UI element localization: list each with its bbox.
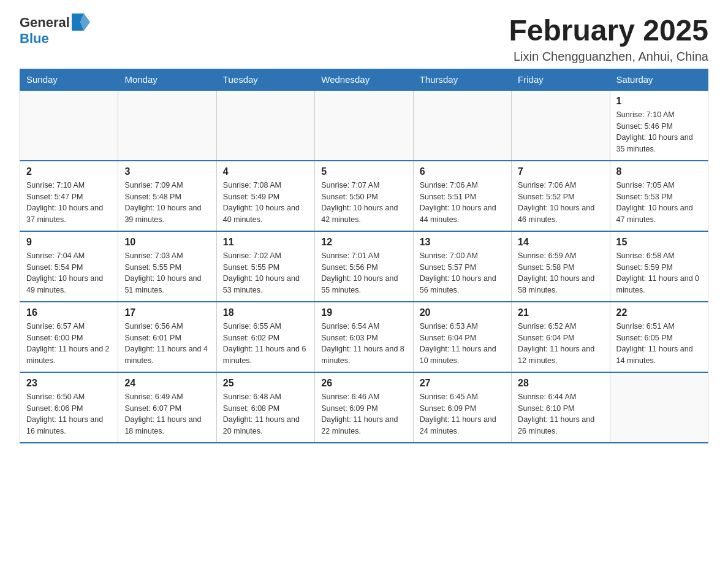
table-row: 28Sunrise: 6:44 AMSunset: 6:10 PMDayligh… [512,372,610,443]
day-number: 8 [616,166,702,177]
table-row [512,90,610,161]
table-row: 12Sunrise: 7:01 AMSunset: 5:56 PMDayligh… [315,231,413,302]
day-info: Sunrise: 6:57 AMSunset: 6:00 PMDaylight:… [26,321,112,367]
table-row: 27Sunrise: 6:45 AMSunset: 6:09 PMDayligh… [413,372,511,443]
table-row: 25Sunrise: 6:48 AMSunset: 6:08 PMDayligh… [216,372,314,443]
calendar-week-row: 2Sunrise: 7:10 AMSunset: 5:47 PMDaylight… [20,161,708,231]
day-number: 16 [26,307,112,318]
header-monday: Monday [118,69,216,90]
table-row: 21Sunrise: 6:52 AMSunset: 6:04 PMDayligh… [512,302,610,372]
table-row: 20Sunrise: 6:53 AMSunset: 6:04 PMDayligh… [413,302,511,372]
table-row [413,90,511,161]
day-info: Sunrise: 7:03 AMSunset: 5:55 PMDaylight:… [124,250,210,296]
day-info: Sunrise: 7:06 AMSunset: 5:51 PMDaylight:… [420,180,505,226]
day-number: 3 [124,166,210,177]
day-number: 9 [26,237,112,248]
day-info: Sunrise: 7:08 AMSunset: 5:49 PMDaylight:… [223,180,308,226]
table-row: 24Sunrise: 6:49 AMSunset: 6:07 PMDayligh… [118,372,216,443]
table-row: 16Sunrise: 6:57 AMSunset: 6:00 PMDayligh… [20,302,118,372]
table-row: 23Sunrise: 6:50 AMSunset: 6:06 PMDayligh… [20,372,118,443]
day-info: Sunrise: 7:00 AMSunset: 5:57 PMDaylight:… [420,250,505,296]
day-info: Sunrise: 6:59 AMSunset: 5:58 PMDaylight:… [518,250,603,296]
day-number: 28 [518,378,603,389]
day-number: 11 [223,237,308,248]
table-row: 17Sunrise: 6:56 AMSunset: 6:01 PMDayligh… [118,302,216,372]
table-row [20,90,118,161]
calendar-week-row: 1Sunrise: 7:10 AMSunset: 5:46 PMDaylight… [20,90,708,161]
day-number: 27 [420,378,505,389]
day-number: 22 [616,307,702,318]
day-info: Sunrise: 6:52 AMSunset: 6:04 PMDaylight:… [518,321,603,367]
day-number: 2 [26,166,112,177]
day-number: 6 [420,166,505,177]
title-section: February 2025 Lixin Chengguanzhen, Anhui… [509,15,708,64]
day-info: Sunrise: 6:44 AMSunset: 6:10 PMDaylight:… [518,391,603,437]
day-number: 1 [616,96,702,107]
calendar-table: Sunday Monday Tuesday Wednesday Thursday… [20,69,708,443]
calendar-week-row: 9Sunrise: 7:04 AMSunset: 5:54 PMDaylight… [20,231,708,302]
day-number: 21 [518,307,603,318]
logo-general-text: General [20,15,70,31]
day-number: 10 [124,237,210,248]
header-wednesday: Wednesday [315,69,413,90]
table-row: 26Sunrise: 6:46 AMSunset: 6:09 PMDayligh… [315,372,413,443]
day-number: 18 [223,307,308,318]
table-row [610,372,708,443]
day-info: Sunrise: 6:58 AMSunset: 5:59 PMDaylight:… [616,250,702,296]
header-tuesday: Tuesday [216,69,314,90]
table-row: 18Sunrise: 6:55 AMSunset: 6:02 PMDayligh… [216,302,314,372]
table-row: 10Sunrise: 7:03 AMSunset: 5:55 PMDayligh… [118,231,216,302]
day-info: Sunrise: 7:04 AMSunset: 5:54 PMDaylight:… [26,250,112,296]
day-info: Sunrise: 7:01 AMSunset: 5:56 PMDaylight:… [321,250,406,296]
day-info: Sunrise: 6:56 AMSunset: 6:01 PMDaylight:… [124,321,210,367]
day-number: 5 [321,166,406,177]
calendar-header-row: Sunday Monday Tuesday Wednesday Thursday… [20,69,708,90]
header-saturday: Saturday [610,69,708,90]
location-title: Lixin Chengguanzhen, Anhui, China [509,50,708,64]
table-row: 15Sunrise: 6:58 AMSunset: 5:59 PMDayligh… [610,231,708,302]
day-info: Sunrise: 7:09 AMSunset: 5:48 PMDaylight:… [124,180,210,226]
page-header: General Blue February 2025 Lixin Chenggu… [20,15,708,64]
logo-flag-icon [72,13,90,31]
day-info: Sunrise: 7:05 AMSunset: 5:53 PMDaylight:… [616,180,702,226]
day-info: Sunrise: 7:07 AMSunset: 5:50 PMDaylight:… [321,180,406,226]
day-number: 13 [420,237,505,248]
day-info: Sunrise: 6:48 AMSunset: 6:08 PMDaylight:… [223,391,308,437]
day-info: Sunrise: 6:45 AMSunset: 6:09 PMDaylight:… [420,391,505,437]
table-row: 11Sunrise: 7:02 AMSunset: 5:55 PMDayligh… [216,231,314,302]
logo-blue-text: Blue [20,31,49,47]
day-info: Sunrise: 7:10 AMSunset: 5:47 PMDaylight:… [26,180,112,226]
day-number: 24 [124,378,210,389]
day-number: 7 [518,166,603,177]
table-row [315,90,413,161]
header-friday: Friday [512,69,610,90]
day-number: 15 [616,237,702,248]
header-sunday: Sunday [20,69,118,90]
table-row: 1Sunrise: 7:10 AMSunset: 5:46 PMDaylight… [610,90,708,161]
table-row: 22Sunrise: 6:51 AMSunset: 6:05 PMDayligh… [610,302,708,372]
table-row [118,90,216,161]
day-info: Sunrise: 7:10 AMSunset: 5:46 PMDaylight:… [616,109,702,155]
table-row: 19Sunrise: 6:54 AMSunset: 6:03 PMDayligh… [315,302,413,372]
day-number: 17 [124,307,210,318]
table-row: 6Sunrise: 7:06 AMSunset: 5:51 PMDaylight… [413,161,511,231]
day-number: 20 [420,307,505,318]
calendar-week-row: 16Sunrise: 6:57 AMSunset: 6:00 PMDayligh… [20,302,708,372]
month-title: February 2025 [509,15,708,47]
table-row [216,90,314,161]
table-row: 7Sunrise: 7:06 AMSunset: 5:52 PMDaylight… [512,161,610,231]
day-number: 26 [321,378,406,389]
day-info: Sunrise: 6:53 AMSunset: 6:04 PMDaylight:… [420,321,505,367]
table-row: 9Sunrise: 7:04 AMSunset: 5:54 PMDaylight… [20,231,118,302]
table-row: 13Sunrise: 7:00 AMSunset: 5:57 PMDayligh… [413,231,511,302]
table-row: 2Sunrise: 7:10 AMSunset: 5:47 PMDaylight… [20,161,118,231]
day-info: Sunrise: 7:06 AMSunset: 5:52 PMDaylight:… [518,180,603,226]
day-info: Sunrise: 6:46 AMSunset: 6:09 PMDaylight:… [321,391,406,437]
day-number: 12 [321,237,406,248]
calendar-week-row: 23Sunrise: 6:50 AMSunset: 6:06 PMDayligh… [20,372,708,443]
table-row: 8Sunrise: 7:05 AMSunset: 5:53 PMDaylight… [610,161,708,231]
table-row: 3Sunrise: 7:09 AMSunset: 5:48 PMDaylight… [118,161,216,231]
day-number: 23 [26,378,112,389]
day-info: Sunrise: 6:50 AMSunset: 6:06 PMDaylight:… [26,391,112,437]
day-info: Sunrise: 7:02 AMSunset: 5:55 PMDaylight:… [223,250,308,296]
